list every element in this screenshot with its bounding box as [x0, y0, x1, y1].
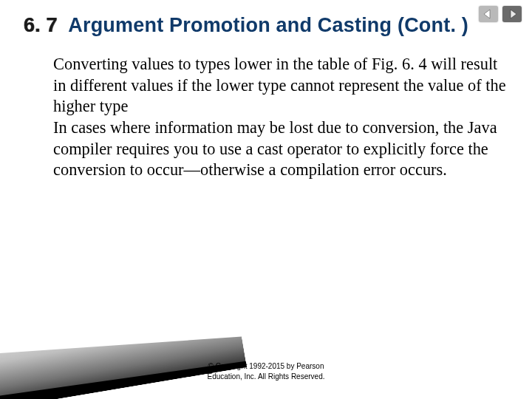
footer-line-1: © Copyright 1992-2015 by Pearson [0, 361, 532, 372]
bullet-icon [38, 54, 53, 60]
list-item: In cases where information may be lost d… [38, 117, 511, 181]
list-item: Converting values to types lower in the … [38, 54, 511, 117]
bullet-icon [38, 117, 53, 123]
nav-controls [479, 6, 522, 22]
slide-title: 6. 7 Argument Promotion and Casting (Con… [24, 13, 511, 38]
forward-arrow-icon [506, 9, 518, 19]
footer-line-2: Education, Inc. All Rights Reserved. [0, 372, 532, 382]
copyright-footer: © Copyright 1992-2015 by Pearson Educati… [0, 361, 532, 381]
svg-marker-1 [511, 10, 516, 18]
slide: 6. 7 Argument Promotion and Casting (Con… [0, 0, 532, 399]
body-text: Converting values to types lower in the … [24, 54, 511, 181]
section-number: 6. 7 [24, 14, 58, 36]
svg-marker-0 [484, 10, 490, 18]
title-text: Argument Promotion and Casting (Cont. ) [68, 14, 468, 36]
back-arrow-icon [482, 9, 494, 19]
bullet-text: In cases where information may be lost d… [53, 117, 511, 181]
next-button[interactable] [502, 6, 522, 22]
prev-button[interactable] [479, 6, 498, 22]
bullet-text: Converting values to types lower in the … [53, 54, 511, 117]
